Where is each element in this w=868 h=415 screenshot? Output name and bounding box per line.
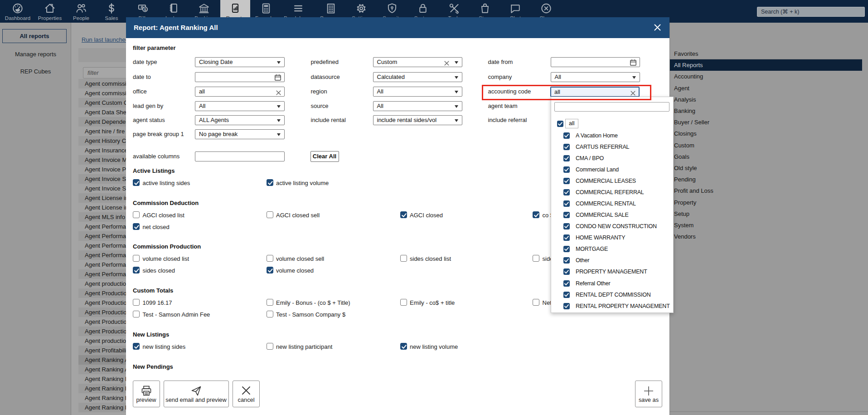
svg-text:$: $: [144, 7, 146, 12]
